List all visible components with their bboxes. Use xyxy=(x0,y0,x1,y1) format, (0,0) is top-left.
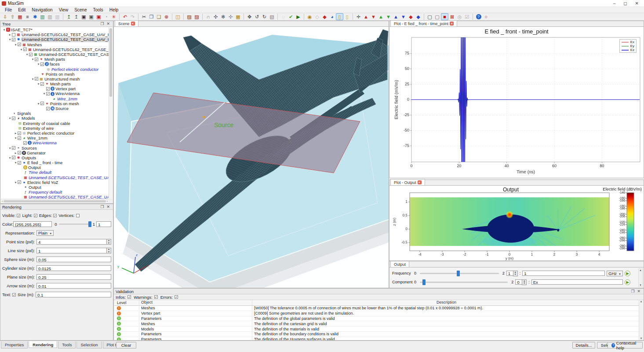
tree-item[interactable]: ▾≡ISAE_TC7* xyxy=(1,27,109,32)
maximize-button[interactable]: ◻ xyxy=(623,1,627,6)
validation-row[interactable]: iParametersThe definition of the boundar… xyxy=(114,332,639,337)
close-panel-icon[interactable]: ✕ xyxy=(105,205,111,209)
apply-button[interactable]: ▶ xyxy=(625,271,630,276)
float-panel-icon[interactable]: ❐ xyxy=(99,205,105,209)
save-settings-icon[interactable]: ▣ xyxy=(95,13,102,20)
text-size-input[interactable]: 0.1 xyxy=(36,292,111,297)
tree-horizontal-scrollbar[interactable]: ‹› xyxy=(1,199,109,203)
heatmap-canvas[interactable] xyxy=(389,186,644,260)
spinner-buttons[interactable]: ▲▼ xyxy=(106,248,111,253)
tree-checkbox[interactable]: ✓ xyxy=(46,92,50,95)
tree-item[interactable]: ▾✓▦Meshes xyxy=(1,42,109,47)
tab-tools[interactable]: Tools xyxy=(58,341,76,348)
tree-expander-icon[interactable]: ▾ xyxy=(36,101,40,106)
tree-item[interactable]: ▾✓◓Sources xyxy=(1,146,109,150)
paste-icon[interactable]: ❑ xyxy=(155,13,163,20)
validation-row[interactable]: !Meshes[W0050] The tolerance 0.0005 m of… xyxy=(114,306,639,311)
pick-tool-icon[interactable]: ✣ xyxy=(212,13,219,20)
tree-item[interactable]: ▸▦Unnamed-SCETUSCL62_TEST_CASE_UAV_ISAE_… xyxy=(1,32,109,37)
tree-item[interactable]: ⊟Extremity of coaxial cable xyxy=(1,121,109,126)
view-z-plus-icon[interactable]: ▲ xyxy=(392,13,400,20)
spinner-buttons[interactable]: ▲▼ xyxy=(106,239,111,245)
tree-item[interactable]: ▸✓◎Perfect electric conductor xyxy=(1,131,109,136)
orbit-tool-icon[interactable]: ∩ xyxy=(204,13,212,20)
tree-item[interactable]: ▾✓♥Mesh parts xyxy=(1,57,109,62)
tree-expander-icon[interactable]: ▾ xyxy=(14,136,18,140)
refresh-disabled-icon[interactable]: ◌ xyxy=(280,13,287,20)
tree-item[interactable]: ⊟Extremity of wire xyxy=(1,126,109,131)
frequency-slider[interactable] xyxy=(420,273,499,274)
menu-tools[interactable]: Tools xyxy=(90,7,106,12)
tree-item[interactable]: ▾✓◕Models xyxy=(1,116,109,121)
tab-properties[interactable]: Properties xyxy=(1,341,28,348)
rotate-ccw-icon[interactable]: ↺ xyxy=(253,13,261,20)
tree-checkbox[interactable]: ✓ xyxy=(12,146,15,150)
validation-row[interactable]: iParametersThe definition of the Huygens… xyxy=(114,337,639,340)
close-panel-icon[interactable]: ✕ xyxy=(105,22,111,26)
tree-checkbox[interactable]: ✓ xyxy=(18,132,21,135)
tree-expander-icon[interactable]: ▾ xyxy=(14,180,18,185)
unit-select[interactable]: GHz▼ xyxy=(607,271,623,276)
tree-checkbox[interactable]: ✓ xyxy=(23,48,27,51)
tree-item[interactable]: ƒFrequency default xyxy=(1,190,109,194)
color-input[interactable]: (255,255,255) xyxy=(13,221,52,227)
contextual-help-button[interactable]: ? Contextual help xyxy=(608,342,643,348)
recent-disabled-icon[interactable]: ◔ xyxy=(102,13,110,20)
float-panel-icon[interactable]: ❐ xyxy=(99,22,105,26)
search-disabled-icon[interactable]: ◎ xyxy=(456,13,463,20)
sphere-view-icon[interactable]: ◕ xyxy=(328,13,336,20)
stop-icon[interactable]: ◆ xyxy=(321,13,328,20)
tree-item[interactable]: ▾✓2faces xyxy=(1,62,109,66)
clear-button[interactable]: Clear xyxy=(116,342,136,348)
tree-item[interactable]: ◑Signals xyxy=(1,111,109,116)
fan-tool-icon[interactable]: ✣ xyxy=(227,13,234,20)
visible-checkbox[interactable]: ✓ xyxy=(17,214,20,217)
menu-edit[interactable]: Edit xyxy=(15,7,29,12)
render-image-icon[interactable]: ▨ xyxy=(186,13,193,20)
delete-icon[interactable]: ⊗ xyxy=(163,13,170,20)
results-chart-icon[interactable]: ▥ xyxy=(39,13,46,20)
controls-scrollbar[interactable]: ▲▼ xyxy=(638,268,643,287)
plane-clip-icon[interactable]: ▯ xyxy=(336,13,343,20)
menu-help[interactable]: Help xyxy=(106,7,122,12)
tree-checkbox[interactable]: ✓ xyxy=(12,156,15,159)
value-input[interactable]: 1 xyxy=(522,271,605,276)
tree-item[interactable]: ▾✓1WireAntenna xyxy=(1,91,109,96)
tree-expander-icon[interactable]: ▾ xyxy=(36,62,40,66)
tree-item[interactable]: ✦Output xyxy=(1,185,109,190)
filter-checkbox[interactable]: ✓ xyxy=(175,295,178,299)
apply-button[interactable]: ▶ xyxy=(625,279,630,285)
tab-selection[interactable]: Selection xyxy=(76,341,102,348)
open-file-settings-icon[interactable]: ↥ xyxy=(73,13,80,20)
tree-item[interactable]: ◕Wire_1mm xyxy=(1,96,109,101)
rendering-field-input[interactable]: 0.05 xyxy=(36,257,111,262)
validation-row[interactable]: iMeshesThe definition of the cartesian g… xyxy=(114,321,639,326)
tree-expander-icon[interactable]: ▾ xyxy=(19,47,23,52)
menu-view[interactable]: View xyxy=(56,7,72,12)
tab-rendering[interactable]: Rendering xyxy=(29,341,57,348)
rendering-field-input[interactable]: 1 xyxy=(36,248,106,253)
copy-icon[interactable]: ❐ xyxy=(148,13,155,20)
light-checkbox[interactable]: ✓ xyxy=(34,214,37,217)
histogram-alt-icon[interactable]: ▥ xyxy=(54,13,61,20)
tree-item[interactable]: ▾✓▦Unstructured mesh xyxy=(1,77,109,81)
tree-checkbox[interactable]: ✓ xyxy=(18,151,21,154)
tree-expander-icon[interactable]: ▾ xyxy=(8,146,12,150)
tree-item[interactable]: ✓0Vertex part xyxy=(1,86,109,91)
record-region-icon[interactable]: ▢ xyxy=(426,13,433,20)
close-tab-icon[interactable]: ✕ xyxy=(450,22,454,26)
minimize-button[interactable]: – xyxy=(613,1,616,6)
tree-checkbox[interactable] xyxy=(12,33,15,37)
tree-checkbox[interactable]: ✓ xyxy=(23,141,27,145)
filter-checkbox[interactable]: ✓ xyxy=(154,295,158,299)
tree-item[interactable]: ▾✓▦Unnamed-SCETUSCL62_TEST_CASE_UAV_ISAE… xyxy=(1,52,109,57)
save-icon[interactable]: ▣ xyxy=(80,13,87,20)
plot-output-tab[interactable]: Plot - Output✕ xyxy=(390,179,425,185)
menu-navigation[interactable]: Navigation xyxy=(29,7,55,12)
tree-expander-icon[interactable]: ▾ xyxy=(8,155,12,160)
tree-item[interactable]: ▾✓✱Unnamed-SCETUSCL62_TEST_CASE_UAV_ISAE… xyxy=(1,37,109,42)
open-file-icon[interactable]: ↥ xyxy=(65,13,73,20)
camera-icon[interactable]: ◉ xyxy=(306,13,313,20)
index-spinbox[interactable]: 0 xyxy=(515,279,522,285)
close-panel-icon[interactable]: ✕ xyxy=(636,289,642,293)
